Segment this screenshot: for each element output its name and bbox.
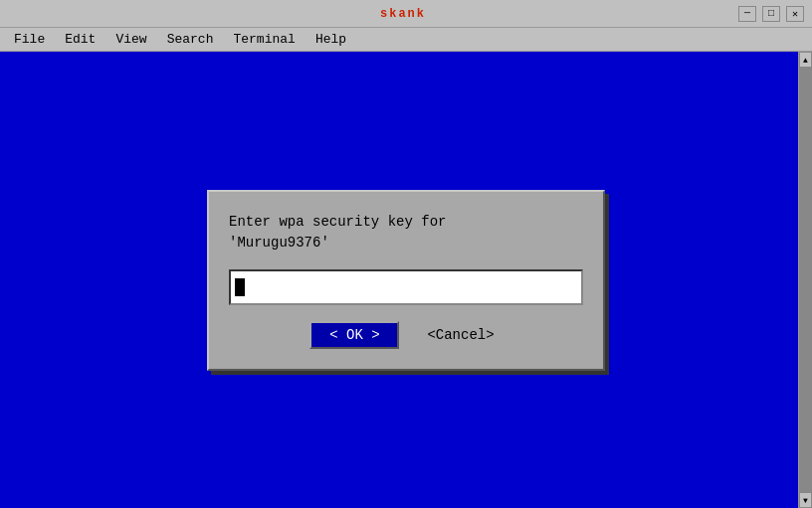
scroll-up-button[interactable]: ▲ bbox=[799, 52, 812, 68]
terminal-area: Enter wpa security key for 'Murugu9376' … bbox=[0, 52, 812, 508]
input-container[interactable] bbox=[229, 269, 583, 305]
dialog-message: Enter wpa security key for 'Murugu9376' bbox=[229, 212, 583, 254]
ok-button[interactable]: < OK > bbox=[309, 321, 399, 349]
close-button[interactable]: ✕ bbox=[786, 6, 804, 22]
cancel-button[interactable]: <Cancel> bbox=[419, 321, 502, 349]
menu-file[interactable]: File bbox=[4, 30, 55, 49]
title-bar: skank ─ □ ✕ bbox=[0, 0, 812, 28]
scrollbar[interactable]: ▲ ▼ bbox=[798, 52, 812, 508]
minimize-button[interactable]: ─ bbox=[738, 6, 756, 22]
menu-terminal[interactable]: Terminal bbox=[223, 30, 304, 49]
wpa-key-input[interactable] bbox=[245, 279, 577, 295]
app-title: skank bbox=[68, 7, 738, 21]
menu-search[interactable]: Search bbox=[157, 30, 224, 49]
menu-view[interactable]: View bbox=[105, 30, 156, 49]
window-controls: ─ □ ✕ bbox=[738, 6, 804, 22]
scrollbar-track[interactable] bbox=[799, 68, 812, 492]
menu-help[interactable]: Help bbox=[305, 30, 356, 49]
menu-bar: File Edit View Search Terminal Help bbox=[0, 28, 812, 52]
wpa-key-dialog: Enter wpa security key for 'Murugu9376' … bbox=[207, 190, 605, 371]
scroll-down-button[interactable]: ▼ bbox=[799, 492, 812, 508]
restore-button[interactable]: □ bbox=[762, 6, 780, 22]
menu-edit[interactable]: Edit bbox=[55, 30, 105, 49]
cursor-block bbox=[235, 278, 245, 296]
dialog-buttons: < OK > <Cancel> bbox=[229, 321, 583, 349]
